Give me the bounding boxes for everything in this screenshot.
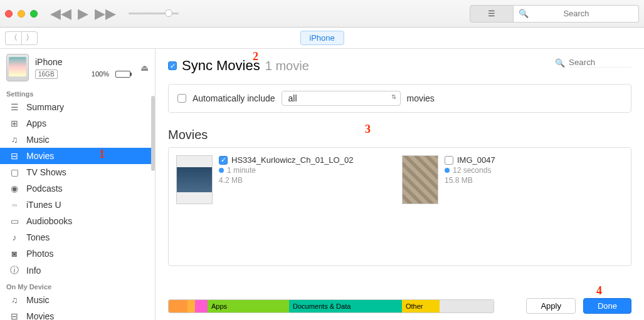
sidebar-item-music[interactable]: ♫Music [0, 132, 155, 148]
sync-movies-checkbox[interactable]: ✓ [168, 61, 177, 70]
movie-size: 4.2 MB [219, 176, 353, 185]
apply-button[interactable]: Apply [526, 298, 576, 314]
volume-thumb[interactable] [165, 9, 172, 17]
callout-4: 4 [596, 284, 602, 297]
sidebar-item-label: Movies [26, 311, 54, 320]
close-icon[interactable] [5, 10, 13, 18]
sidebar-item-label: TV Shows [26, 167, 66, 177]
storage-seg-video [187, 300, 195, 312]
sidebar-item-apps[interactable]: ⊞Apps [0, 115, 155, 132]
sidebar-item-tv-shows[interactable]: ▢TV Shows [0, 164, 155, 180]
sidebar-section-on-device: On My Device [0, 279, 155, 292]
search-icon: 🔍 [519, 9, 529, 18]
main-area: iPhone 16GB 100% ⏏ Settings ☰Summary⊞App… [0, 49, 644, 320]
content-pane: ✓ Sync Movies 1 movie 2 🔍 Automatically … [156, 49, 644, 320]
sidebar-item-label: iTunes U [26, 200, 61, 210]
movie-checkbox[interactable] [445, 156, 453, 165]
storage-bar[interactable]: Apps Documents & Data Other [168, 299, 494, 313]
next-track-icon[interactable]: ▶▶ [95, 6, 116, 22]
capacity-badge: 16GB [35, 70, 58, 79]
history-nav: 〈 〉 [5, 31, 38, 45]
storage-seg-free [440, 300, 494, 312]
movie-duration: 1 minute [227, 166, 256, 175]
sync-movies-label: Sync Movies [182, 58, 260, 74]
storage-seg-audio [169, 300, 187, 312]
sidebar-item-label: Movies [26, 151, 54, 161]
sync-movies-count: 1 movie [265, 59, 309, 73]
sidebar-item-podcasts[interactable]: ◉Podcasts [0, 180, 155, 197]
auto-include-label: Automatically include [193, 93, 275, 103]
unwatched-dot-icon [445, 168, 450, 173]
window-controls [5, 10, 38, 18]
photos-icon: ◙ [9, 249, 20, 259]
sidebar-item-label: Tones [26, 232, 50, 242]
movie-title: IMG_0047 [457, 155, 495, 165]
movie-item[interactable]: IMG_0047 12 seconds 15.8 MB [402, 155, 615, 258]
forward-button[interactable]: 〉 [21, 31, 38, 45]
breadcrumb-label: iPhone [300, 31, 344, 45]
maximize-icon[interactable] [30, 10, 38, 18]
back-button[interactable]: 〈 [5, 31, 21, 45]
battery-icon [115, 71, 130, 78]
device-header[interactable]: iPhone 16GB 100% ⏏ [0, 49, 155, 86]
sidebar-item-label: Photos [26, 249, 54, 259]
sidebar-item-info[interactable]: ⓘInfo [0, 262, 155, 279]
tones-icon: ♪ [9, 232, 20, 242]
auto-include-suffix: movies [407, 93, 435, 103]
sidebar-item-movies[interactable]: ⊟Movies [0, 308, 155, 320]
audiobooks-icon: ▭ [9, 216, 20, 226]
sidebar-item-label: Audiobooks [26, 216, 72, 226]
done-button[interactable]: Done [583, 298, 631, 314]
sidebar-item-tones[interactable]: ♪Tones [0, 229, 155, 245]
movie-item[interactable]: ✓ HS334_Kurlowicz_Ch_01_LO_02 1 minute 4… [176, 155, 389, 258]
sidebar-item-itunes-u[interactable]: ⎓iTunes U [0, 197, 155, 213]
movie-title: HS334_Kurlowicz_Ch_01_LO_02 [231, 155, 353, 165]
sidebar: iPhone 16GB 100% ⏏ Settings ☰Summary⊞App… [0, 49, 156, 320]
sidebar-item-label: Summary [26, 102, 64, 112]
music-icon: ♫ [9, 135, 20, 145]
storage-seg-docs: Documents & Data [289, 300, 402, 312]
storage-seg-apps: Apps [208, 300, 289, 312]
volume-slider[interactable] [129, 13, 179, 14]
title-bar: ◀◀ ▶ ▶▶ ☰ 🔍 [0, 0, 644, 28]
auto-include-select[interactable]: all [282, 91, 401, 106]
movie-checkbox[interactable]: ✓ [219, 156, 228, 165]
sidebar-item-summary[interactable]: ☰Summary [0, 99, 155, 115]
sidebar-scrollbar[interactable] [151, 96, 155, 171]
sidebar-item-label: Apps [26, 118, 46, 128]
info-icon: ⓘ [9, 265, 20, 276]
eject-icon[interactable]: ⏏ [140, 63, 149, 73]
auto-include-box: Automatically include all movies [168, 84, 631, 113]
sidebar-item-movies[interactable]: ⊟Movies [0, 148, 155, 164]
movies-list: ✓ HS334_Kurlowicz_Ch_01_LO_02 1 minute 4… [168, 147, 631, 266]
device-name: iPhone [35, 57, 130, 67]
play-icon[interactable]: ▶ [78, 6, 88, 22]
sidebar-item-label: Info [26, 266, 41, 276]
breadcrumb[interactable]: iPhone [300, 31, 344, 45]
content-search-input[interactable] [569, 58, 631, 68]
podcasts-icon: ◉ [9, 183, 20, 194]
auto-include-checkbox[interactable] [177, 94, 186, 103]
nav-bar: 〈 〉 iPhone [0, 28, 644, 49]
footer: Apps Documents & Data Other Apply Done [168, 298, 631, 314]
movies-section-label: Movies [168, 128, 631, 142]
sidebar-item-music[interactable]: ♫Music [0, 292, 155, 308]
movie-thumbnail [402, 155, 438, 204]
movie-size: 15.8 MB [445, 176, 495, 185]
content-search[interactable]: 🔍 [555, 58, 631, 68]
sidebar-item-label: Music [26, 295, 50, 305]
sidebar-item-photos[interactable]: ◙Photos [0, 245, 155, 262]
movie-duration: 12 seconds [453, 166, 491, 175]
sidebar-item-label: Music [26, 135, 50, 145]
list-view-toggle[interactable]: ☰ [470, 5, 514, 23]
list-icon: ☰ [488, 9, 495, 18]
prev-track-icon[interactable]: ◀◀ [50, 6, 71, 22]
minimize-icon[interactable] [18, 10, 25, 18]
global-search-input[interactable] [532, 9, 620, 18]
search-icon: 🔍 [555, 58, 565, 68]
summary-icon: ☰ [9, 102, 20, 112]
sidebar-item-audiobooks[interactable]: ▭Audiobooks [0, 213, 155, 229]
itunesu-icon: ⎓ [9, 200, 20, 210]
global-search[interactable]: 🔍 [514, 5, 639, 23]
storage-seg-photos [195, 300, 208, 312]
